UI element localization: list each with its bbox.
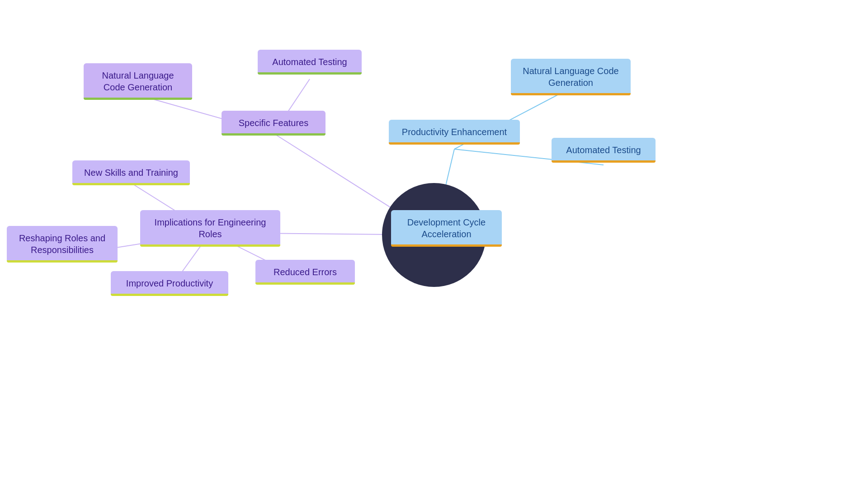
node-automated-testing-left[interactable]: Automated Testing	[258, 50, 362, 75]
node-improved-productivity[interactable]: Improved Productivity	[111, 271, 228, 296]
node-reduced-errors-label: Reduced Errors	[274, 267, 337, 277]
node-specific-features[interactable]: Specific Features	[222, 111, 326, 136]
node-productivity-enhancement[interactable]: Productivity Enhancement	[389, 120, 520, 145]
node-implications[interactable]: Implications for Engineering Roles	[140, 210, 280, 247]
node-new-skills-label: New Skills and Training	[84, 168, 178, 178]
node-automated-testing-right[interactable]: Automated Testing	[552, 138, 656, 163]
node-automated-testing-right-label: Automated Testing	[566, 145, 641, 155]
node-reduced-errors[interactable]: Reduced Errors	[255, 260, 355, 285]
node-new-skills[interactable]: New Skills and Training	[72, 160, 190, 185]
node-dev-cycle[interactable]: Development Cycle Acceleration	[391, 210, 502, 247]
node-specific-features-label: Specific Features	[239, 118, 309, 128]
node-dev-cycle-label: Development Cycle Acceleration	[407, 217, 486, 239]
node-reshaping[interactable]: Reshaping Roles and Responsibilities	[7, 226, 118, 263]
node-improved-productivity-label: Improved Productivity	[126, 278, 213, 288]
node-natural-lang-right-label: Natural Language Code Generation	[523, 66, 618, 88]
node-natural-lang-right[interactable]: Natural Language Code Generation	[511, 59, 631, 95]
node-natural-lang-left[interactable]: Natural Language Code Generation	[84, 63, 192, 100]
node-natural-lang-left-label: Natural Language Code Generation	[102, 70, 174, 92]
node-reshaping-label: Reshaping Roles and Responsibilities	[19, 233, 105, 255]
node-implications-label: Implications for Engineering Roles	[155, 217, 266, 239]
node-automated-testing-left-label: Automated Testing	[272, 57, 347, 67]
node-productivity-enhancement-label: Productivity Enhancement	[402, 127, 507, 137]
